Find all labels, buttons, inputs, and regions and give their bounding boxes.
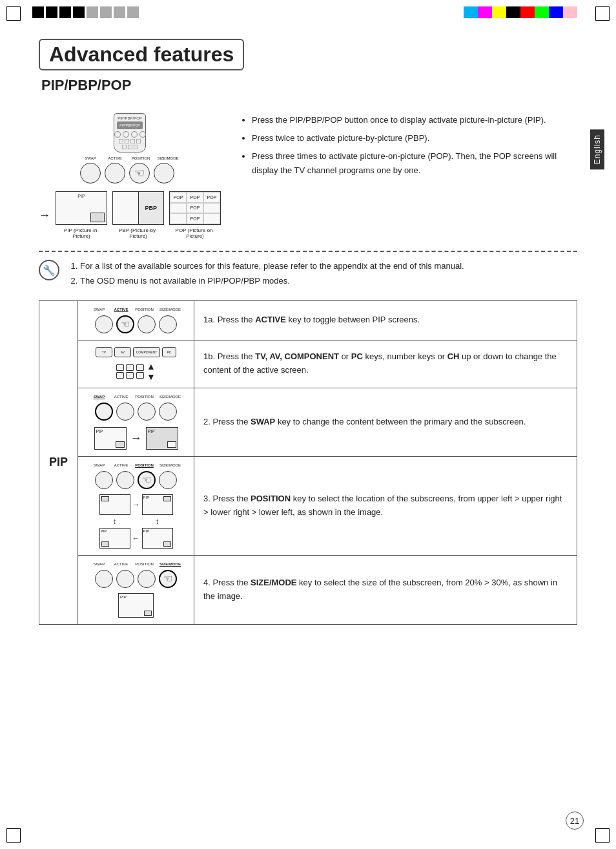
sizemode-btn-1a[interactable] bbox=[159, 315, 177, 333]
pbp-caption: PBP (Picture-by-Picture) bbox=[112, 227, 164, 239]
sizemode-btn-2[interactable] bbox=[159, 403, 177, 421]
pip-tr-label: PIP bbox=[143, 496, 150, 499]
pop-cell-1: POP bbox=[170, 192, 187, 203]
pip-caption: PIP (Picture-in-Picture) bbox=[56, 227, 107, 239]
pos-bl-box: PIP bbox=[99, 528, 130, 549]
av-btn[interactable]: AV bbox=[114, 347, 131, 357]
pbp-label: PBP bbox=[138, 192, 164, 224]
remote-illustration: PIP/PBP/POP PIP/PBP/POP bbox=[114, 113, 146, 152]
table-row-4: SWAP ACTIVE POSITION SIZE/MODE ☜ bbox=[39, 555, 577, 624]
ch-up-icon[interactable]: ▲ bbox=[147, 362, 156, 371]
table-row-1a: PIP SWAP ACTIVE POSITION SIZE/MODE ☜ bbox=[39, 300, 577, 340]
remote-diagram: PIP/PBP/POP PIP/PBP/POP bbox=[39, 107, 221, 239]
pos-tr-box: PIP bbox=[142, 494, 173, 515]
pos-br-box: PIP bbox=[142, 528, 173, 549]
active-btn-2[interactable] bbox=[116, 403, 134, 421]
diagram-cell-1a: SWAP ACTIVE POSITION SIZE/MODE ☜ bbox=[78, 300, 194, 340]
pip-br-label: PIP bbox=[143, 529, 150, 533]
pos-tl-box: PIP bbox=[99, 494, 130, 515]
position-btn-3[interactable]: ☜ bbox=[138, 471, 156, 489]
ch-btns: ▲ ▼ bbox=[147, 362, 156, 381]
size-mode-btn[interactable] bbox=[154, 163, 174, 183]
pop-cell-8: POP bbox=[187, 213, 203, 224]
remote-buttons-row: ☜ bbox=[80, 163, 180, 183]
button-labels-row: SWAP ACTIVE POSITION SIZE/MODE bbox=[80, 156, 180, 160]
feature-bullets: Press the PIP/PBP/POP button once to dis… bbox=[240, 113, 577, 178]
pop-caption: POP (Picture-on-Picture) bbox=[169, 227, 221, 239]
position-btn-4[interactable] bbox=[138, 570, 156, 588]
active-btn-1a[interactable]: ☜ bbox=[116, 315, 134, 333]
instruction-3: 3. Press the POSITION key to select the … bbox=[194, 456, 577, 555]
table-row-1b: TV AV COMPONENT PC bbox=[39, 340, 577, 388]
tv-btn[interactable]: TV bbox=[96, 347, 112, 357]
num-3[interactable] bbox=[136, 364, 144, 371]
btn-labels-3: SWAP ACTIVE POSITION SIZE/MODE bbox=[90, 463, 182, 467]
swap-arrow: → bbox=[130, 432, 142, 445]
pip-mode-box: PIP PIP (Picture-in-Picture) bbox=[56, 191, 107, 239]
pip-after-swap: PIP bbox=[146, 427, 178, 450]
component-btn[interactable]: COMPONENT bbox=[133, 347, 160, 357]
pos-arrow-down-1: ↕ bbox=[113, 517, 117, 526]
number-nav-btns: ▲ ▼ bbox=[116, 362, 156, 381]
num-4[interactable] bbox=[116, 372, 124, 379]
num-5[interactable] bbox=[126, 372, 134, 379]
btn-labels-1a: SWAP ACTIVE POSITION SIZE/MODE bbox=[90, 308, 182, 311]
pip-instructions-table: PIP SWAP ACTIVE POSITION SIZE/MODE ☜ bbox=[39, 300, 577, 625]
sizemode-btn-3[interactable] bbox=[159, 471, 177, 489]
position-diagram: PIP → PIP ↕ ↕ PIP bbox=[99, 494, 173, 549]
swap-btn-2[interactable] bbox=[95, 403, 113, 421]
page-title: Advanced features bbox=[39, 39, 244, 70]
position-btn-1a[interactable] bbox=[138, 315, 156, 333]
num-1[interactable] bbox=[116, 364, 124, 371]
sizemode-btn-4[interactable]: ☜ bbox=[159, 570, 177, 588]
num-pad-grid bbox=[116, 364, 145, 379]
swap-btn-1a[interactable] bbox=[95, 315, 113, 333]
pop-cell-3: POP bbox=[203, 192, 220, 203]
num-2[interactable] bbox=[126, 364, 134, 371]
pip-screen: PIP bbox=[56, 191, 107, 225]
pip-label-after: PIP bbox=[148, 429, 155, 434]
intro-section: PIP/PBP/POP PIP/PBP/POP bbox=[39, 107, 577, 239]
pop-mode-box: POP POP POP POP POP POP (Picture-on-Pict… bbox=[169, 191, 221, 239]
table-row-2: SWAP ACTIVE POSITION SIZE/MODE bbox=[39, 388, 577, 456]
pop-cell-4 bbox=[170, 203, 187, 214]
buttons-row-1a: ☜ bbox=[95, 315, 177, 333]
swap-btn-3[interactable] bbox=[95, 471, 113, 489]
notes-list: For a list of the available sources for … bbox=[68, 258, 464, 289]
pos-arrow-down-2: ↕ bbox=[156, 517, 159, 526]
instruction-1b: 1b. Press the TV, AV, COMPONENT or PC ke… bbox=[194, 340, 577, 388]
bullets-text: Press the PIP/PBP/POP button once to dis… bbox=[240, 107, 577, 239]
position-btn[interactable]: ☜ bbox=[129, 163, 150, 183]
pop-cell-7 bbox=[170, 213, 187, 224]
note-icon: 🔧 bbox=[39, 260, 59, 280]
swap-btn-4[interactable] bbox=[95, 570, 113, 588]
num-6[interactable] bbox=[136, 372, 144, 379]
pip-label-before: PIP bbox=[96, 429, 103, 434]
diagram-cell-3: SWAP ACTIVE POSITION SIZE/MODE ☜ bbox=[78, 456, 194, 555]
btn-labels-2: SWAP ACTIVE POSITION SIZE/MODE bbox=[90, 395, 182, 399]
swap-btn[interactable] bbox=[80, 163, 101, 183]
pip-section-label: PIP bbox=[39, 300, 78, 624]
pc-btn[interactable]: PC bbox=[162, 347, 176, 357]
bullet-2: Press twice to activate picture-by-pictu… bbox=[252, 131, 577, 145]
table-row-3: SWAP ACTIVE POSITION SIZE/MODE ☜ bbox=[39, 456, 577, 555]
remote-top-label: PIP/PBP/POP bbox=[117, 116, 143, 120]
pop-cell-2: POP bbox=[187, 192, 203, 203]
pop-screen: POP POP POP POP POP bbox=[169, 191, 221, 225]
size-diagram: PIP bbox=[118, 593, 154, 618]
active-btn-3[interactable] bbox=[116, 471, 134, 489]
section-title: PIP/PBP/POP bbox=[41, 77, 577, 94]
notes-text: For a list of the available sources for … bbox=[68, 258, 464, 289]
pop-cell-6 bbox=[203, 203, 220, 214]
active-btn-4[interactable] bbox=[116, 570, 134, 588]
ch-down-icon[interactable]: ▼ bbox=[147, 372, 156, 381]
arrow-icon: → bbox=[39, 209, 50, 222]
position-btn-2[interactable] bbox=[138, 403, 156, 421]
active-btn[interactable] bbox=[105, 163, 125, 183]
source-btns-1b: TV AV COMPONENT PC bbox=[88, 347, 185, 357]
diagram-cell-2: SWAP ACTIVE POSITION SIZE/MODE bbox=[78, 388, 194, 456]
pip-size-label: PIP bbox=[120, 595, 127, 599]
buttons-row-2 bbox=[95, 403, 177, 421]
diagram-cell-4: SWAP ACTIVE POSITION SIZE/MODE ☜ bbox=[78, 555, 194, 624]
instruction-2: 2. Press the SWAP key to change the cont… bbox=[194, 388, 577, 456]
